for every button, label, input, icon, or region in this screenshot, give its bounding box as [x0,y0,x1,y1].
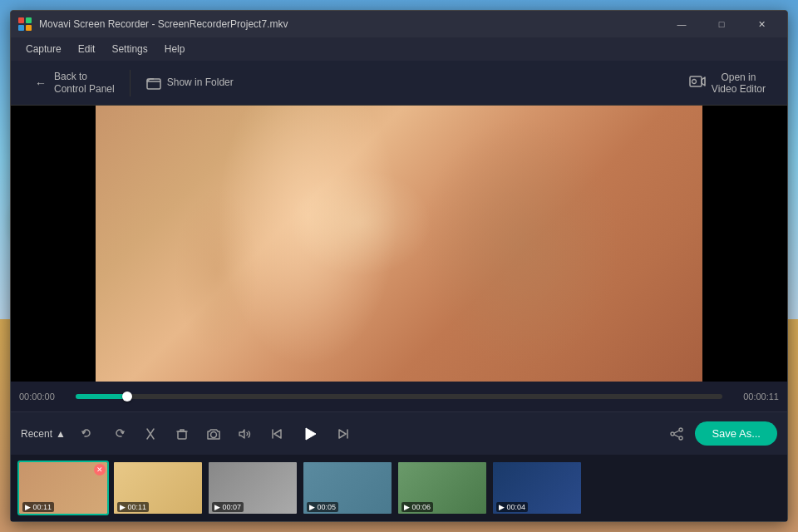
svg-rect-3 [26,25,32,31]
minimize-button[interactable]: — [663,11,701,37]
end-time-label: 00:00:11 [729,392,779,401]
thumb-time-2: ▶ 00:11 [117,502,149,512]
menu-capture[interactable]: Capture [17,40,70,58]
svg-rect-7 [178,431,186,439]
app-window: Movavi Screen Recorder - ScreenRecorderP… [10,10,788,522]
video-area [11,106,787,382]
current-time-label: 00:00:00 [19,392,69,401]
svg-rect-1 [26,17,32,23]
thumbnail-6[interactable]: ▶ 00:04 [491,461,583,515]
undo-button[interactable] [74,421,101,447]
recent-text: Recent [21,428,52,440]
play-button[interactable] [295,419,325,449]
thumb-bg-3: ▶ 00:07 [209,462,297,514]
open-editor-line1: Open in [721,71,756,83]
progress-fill [76,394,127,399]
thumb-bg-6: ▶ 00:04 [493,462,581,514]
progress-track[interactable] [76,394,722,399]
share-button[interactable] [663,421,690,447]
redo-button[interactable] [106,421,132,447]
thumb-bg-4: ▶ 00:05 [303,462,392,514]
save-as-button[interactable]: Save As... [695,421,777,446]
svg-point-9 [679,428,682,431]
svg-point-11 [671,432,674,436]
menu-settings[interactable]: Settings [103,40,155,58]
video-left-letterbox [21,106,96,382]
recent-label[interactable]: Recent ▲ [21,428,66,440]
volume-button[interactable] [232,421,259,447]
cut-button[interactable] [137,421,164,447]
thumbnail-1[interactable]: ▶ 00:11 ✕ [17,461,109,515]
progress-handle[interactable] [122,392,132,401]
thumb-time-6: ▶ 00:04 [496,502,528,512]
screenshot-button[interactable] [200,421,227,447]
thumbnail-5[interactable]: ▶ 00:06 [397,461,488,515]
timeline-bar: 00:00:00 00:00:11 [11,382,787,411]
thumb-bg-5: ▶ 00:06 [398,462,486,514]
skip-forward-button[interactable] [330,421,357,447]
svg-point-6 [692,80,696,84]
thumbnail-2[interactable]: ▶ 00:11 [112,461,204,515]
svg-point-8 [210,431,216,437]
thumb-time-1: ▶ 00:11 [22,502,54,512]
thumb-time-4: ▶ 00:05 [307,502,338,512]
thumb-time-3: ▶ 00:07 [212,502,244,512]
back-arrow-icon: ← [32,75,49,91]
title-bar-controls: — □ ✕ [663,11,781,37]
recent-chevron-icon: ▲ [56,428,66,440]
title-bar: Movavi Screen Recorder - ScreenRecorderP… [11,11,787,37]
video-editor-icon [688,72,707,93]
video-right-letterbox [702,106,777,382]
video-content [96,106,702,382]
open-editor-line2: Video Editor [712,83,766,95]
open-in-video-editor-button[interactable]: Open in Video Editor [677,66,777,100]
thumb-time-5: ▶ 00:06 [401,502,433,512]
thumbnails-strip: ▶ 00:11 ✕ ▶ 00:11 ▶ 00:07 ▶ 00:05 ▶ 00:0… [11,455,787,521]
thumbnail-3[interactable]: ▶ 00:07 [207,461,298,515]
folder-icon [145,75,162,91]
svg-rect-4 [147,79,160,89]
show-folder-label: Show in Folder [167,76,234,88]
menu-help[interactable]: Help [156,40,194,58]
open-editor-label: Open in Video Editor [712,71,766,95]
svg-rect-0 [18,17,24,23]
controls-bar: Recent ▲ [11,411,787,455]
thumb-close-1[interactable]: ✕ [94,464,106,475]
show-in-folder-button[interactable]: Show in Folder [134,70,245,96]
maximize-button[interactable]: □ [702,11,741,37]
back-button-label: Back toControl Panel [54,71,115,95]
svg-rect-2 [18,25,24,31]
skip-backward-button[interactable] [264,421,290,447]
menu-bar: Capture Edit Settings Help [11,37,787,61]
window-title: Movavi Screen Recorder - ScreenRecorderP… [39,18,663,30]
thumbnail-4[interactable]: ▶ 00:05 [302,461,393,515]
toolbar-separator-1 [130,70,131,96]
app-icon [17,17,32,32]
thumb-bg-2: ▶ 00:11 [114,462,202,514]
svg-point-10 [679,436,682,440]
menu-edit[interactable]: Edit [70,40,104,58]
back-to-control-panel-button[interactable]: ← Back toControl Panel [21,66,126,100]
video-frame[interactable] [96,106,702,382]
toolbar: ← Back toControl Panel Show in Folder [11,61,787,106]
delete-button[interactable] [169,421,195,447]
close-button[interactable]: ✕ [742,11,781,37]
